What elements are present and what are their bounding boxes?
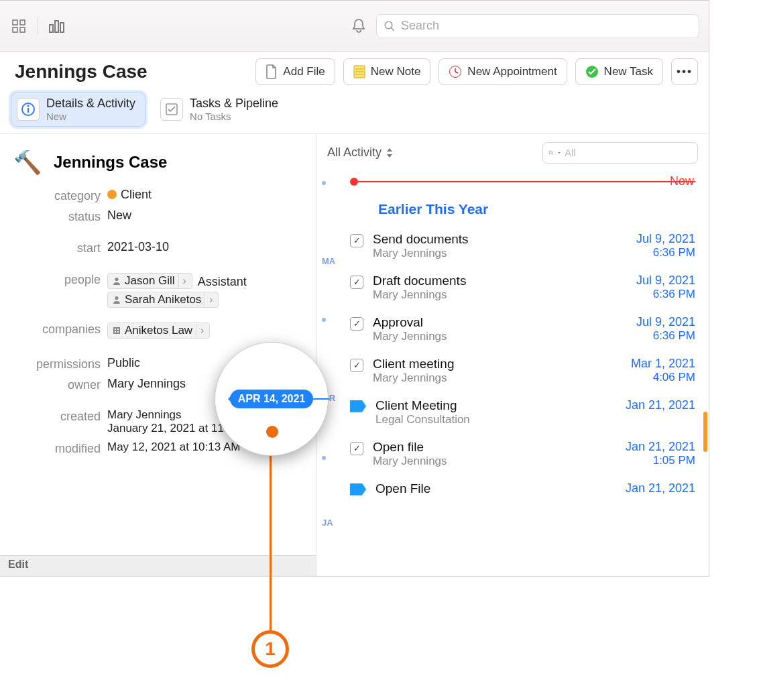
activity-subtitle: Mary Jennings bbox=[373, 330, 627, 343]
now-label: Now bbox=[670, 174, 694, 188]
activity-date: Jan 21, 2021 bbox=[626, 440, 695, 454]
start-value: 2021-03-10 bbox=[107, 240, 302, 254]
tab-tasks-sub: No Tasks bbox=[190, 111, 278, 122]
person-role: Assistant bbox=[198, 275, 247, 288]
chevron-right-icon: › bbox=[196, 324, 208, 337]
people-label: people bbox=[13, 272, 101, 287]
activity-date: Jul 9, 2021 bbox=[636, 232, 695, 246]
activity-item[interactable]: ✓Open fileMary JenningsJan 21, 20211:05 … bbox=[316, 436, 709, 477]
activity-date: Jan 21, 2021 bbox=[626, 398, 695, 412]
file-icon bbox=[266, 64, 278, 79]
activity-item[interactable]: ✓Send documentsMary JenningsJul 9, 20216… bbox=[316, 228, 709, 270]
activity-item[interactable]: Client MeetingLegal ConsultationJan 21, … bbox=[316, 394, 709, 436]
scrollbar-thumb[interactable] bbox=[703, 412, 707, 452]
activity-time: 6:36 PM bbox=[636, 329, 695, 343]
add-file-label: Add File bbox=[283, 65, 325, 78]
activity-item[interactable]: ✓ApprovalMary JenningsJul 9, 20216:36 PM bbox=[316, 311, 709, 353]
global-search[interactable] bbox=[376, 14, 699, 38]
activity-item[interactable]: ✓Draft documentsMary JenningsJul 9, 2021… bbox=[316, 270, 709, 311]
new-task-label: New Task bbox=[604, 65, 653, 78]
svg-rect-5 bbox=[55, 21, 58, 32]
activity-title: Open File bbox=[375, 481, 616, 496]
person-chip[interactable]: Jason Gill› bbox=[107, 273, 192, 289]
category-label: category bbox=[13, 188, 101, 203]
svg-rect-0 bbox=[13, 20, 17, 25]
activity-title: Approval bbox=[373, 315, 627, 330]
activity-date: Jul 9, 2021 bbox=[636, 315, 695, 329]
activity-time: 6:36 PM bbox=[636, 246, 695, 259]
modified-label: modified bbox=[13, 441, 101, 456]
svg-rect-24 bbox=[115, 329, 116, 330]
grid-view-icon[interactable] bbox=[9, 17, 28, 36]
chevron-right-icon: › bbox=[178, 274, 190, 288]
activity-search[interactable] bbox=[542, 142, 698, 164]
updown-icon bbox=[386, 148, 394, 158]
activity-panel: All Activity MA MR JA bbox=[316, 134, 709, 577]
activity-timeline[interactable]: MA MR JA Now Earlier This Year ✓Send doc… bbox=[316, 170, 709, 577]
companies-value: Aniketos Law› bbox=[107, 321, 302, 340]
activity-item[interactable]: Open FileJan 21, 2021 bbox=[316, 477, 709, 506]
svg-rect-18 bbox=[27, 108, 29, 113]
tab-details-sub: New bbox=[46, 111, 135, 122]
clock-icon bbox=[449, 65, 462, 78]
task-checkbox[interactable]: ✓ bbox=[350, 317, 363, 331]
permissions-label: permissions bbox=[13, 356, 101, 371]
stats-icon[interactable] bbox=[48, 17, 66, 36]
event-tag-icon[interactable] bbox=[350, 400, 366, 412]
new-note-label: New Note bbox=[371, 65, 421, 78]
task-checkbox[interactable]: ✓ bbox=[350, 359, 363, 372]
svg-rect-23 bbox=[113, 327, 120, 334]
activity-title: Client Meeting bbox=[375, 398, 616, 413]
activity-date: Jul 9, 2021 bbox=[636, 274, 695, 288]
activity-title: Send documents bbox=[373, 232, 627, 247]
section-header: Earlier This Year bbox=[316, 170, 709, 228]
owner-label: owner bbox=[13, 377, 101, 392]
new-appointment-button[interactable]: New Appointment bbox=[439, 58, 567, 85]
companies-label: companies bbox=[13, 321, 101, 337]
task-checkbox[interactable]: ✓ bbox=[350, 276, 363, 289]
more-button[interactable]: ••• bbox=[671, 58, 698, 85]
svg-rect-27 bbox=[117, 331, 119, 333]
chevron-down-icon bbox=[558, 150, 561, 156]
bell-icon[interactable] bbox=[349, 17, 368, 36]
info-icon bbox=[17, 98, 40, 121]
month-marker: JA bbox=[322, 518, 333, 528]
svg-rect-3 bbox=[20, 27, 25, 32]
created-label: created bbox=[13, 408, 101, 424]
timeline-date-marker: APR 14, 2021 bbox=[230, 390, 314, 408]
activity-filter[interactable]: All Activity bbox=[327, 145, 394, 160]
activity-time: 6:36 PM bbox=[636, 288, 695, 301]
svg-point-21 bbox=[115, 278, 118, 281]
event-tag-icon[interactable] bbox=[350, 483, 366, 495]
global-search-input[interactable] bbox=[401, 19, 692, 33]
person-icon bbox=[112, 295, 121, 304]
task-checkbox[interactable]: ✓ bbox=[350, 234, 363, 247]
svg-rect-26 bbox=[115, 331, 116, 333]
check-icon bbox=[585, 65, 599, 78]
activity-date: Mar 1, 2021 bbox=[631, 357, 695, 371]
person-chip[interactable]: Sarah Aniketos› bbox=[107, 292, 219, 308]
page-title: Jennings Case bbox=[15, 61, 148, 82]
app-window: Jennings Case Add File New Note New Appo… bbox=[0, 0, 709, 577]
add-file-button[interactable]: Add File bbox=[255, 58, 335, 85]
activity-subtitle: Mary Jennings bbox=[373, 288, 627, 302]
person-icon bbox=[112, 276, 121, 286]
activity-item[interactable]: ✓Client meetingMary JenningsMar 1, 20214… bbox=[316, 353, 709, 394]
activity-title: Client meeting bbox=[373, 357, 622, 371]
svg-point-28 bbox=[549, 151, 552, 154]
new-task-button[interactable]: New Task bbox=[575, 58, 663, 85]
new-note-button[interactable]: New Note bbox=[343, 58, 431, 85]
svg-point-22 bbox=[115, 296, 118, 300]
tab-details[interactable]: Details & Activity New bbox=[11, 92, 145, 127]
tab-tasks[interactable]: Tasks & Pipeline No Tasks bbox=[155, 92, 288, 127]
edit-button[interactable]: Edit bbox=[0, 555, 316, 577]
task-checkbox[interactable]: ✓ bbox=[350, 442, 363, 455]
activity-time: 4:06 PM bbox=[631, 371, 695, 384]
company-chip[interactable]: Aniketos Law› bbox=[107, 323, 210, 339]
svg-point-19 bbox=[27, 105, 30, 107]
new-appointment-label: New Appointment bbox=[467, 65, 557, 78]
svg-rect-25 bbox=[117, 329, 119, 330]
activity-search-input[interactable] bbox=[565, 147, 692, 158]
activity-subtitle: Mary Jennings bbox=[373, 455, 616, 468]
activity-subtitle: Mary Jennings bbox=[373, 371, 622, 385]
